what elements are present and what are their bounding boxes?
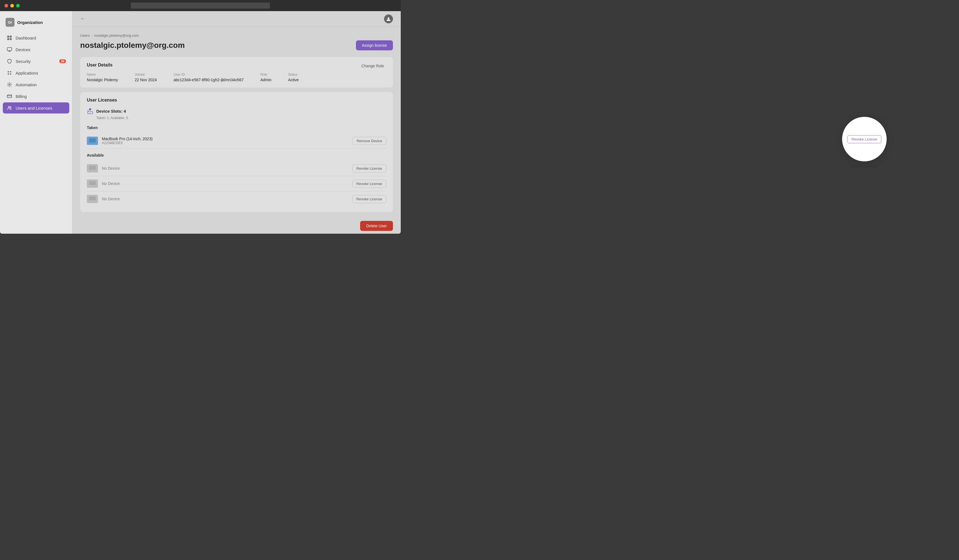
- svg-point-13: [388, 17, 389, 19]
- breadcrumb-current: nostalgic.ptolemy@org.com: [94, 33, 139, 38]
- svg-rect-3: [10, 38, 12, 40]
- device-slots-icon: [87, 108, 94, 115]
- grid-icon: [7, 35, 12, 41]
- breadcrumb-separator: ›: [91, 33, 92, 38]
- ghost-device-icon: [87, 180, 98, 188]
- svg-rect-23: [89, 200, 96, 201]
- svg-rect-17: [89, 142, 96, 143]
- assign-license-button[interactable]: Assign license: [356, 40, 393, 50]
- sidebar-item-label: Devices: [16, 47, 30, 52]
- monitor-icon: [7, 47, 12, 52]
- gear-icon: [7, 82, 12, 88]
- available-device-row-1: No Device Revoke License: [87, 161, 386, 176]
- license-header: Device Slots: 4: [87, 108, 386, 115]
- ghost-device-icon: [87, 195, 98, 203]
- detail-joined: Joined 22 Nov 2024: [135, 73, 157, 82]
- remove-device-button[interactable]: Remove Device: [352, 137, 386, 145]
- svg-rect-1: [10, 36, 12, 38]
- detail-user-id: User ID abc123d4-e567-8f90-1gh2-ijklmn34…: [174, 73, 244, 82]
- taken-device-row: MacBook Pro (14-inch, 2023) A1234BCDE5 R…: [87, 133, 386, 148]
- sidebar-item-users-licenses[interactable]: Users and Licenses: [3, 102, 69, 113]
- security-badge: 39: [59, 59, 66, 63]
- svg-point-12: [10, 107, 11, 108]
- svg-rect-19: [89, 170, 96, 170]
- revoke-license-button-1[interactable]: Revoke License: [352, 164, 387, 172]
- joined-value: 22 Nov 2024: [135, 78, 157, 82]
- titlebar: [0, 0, 401, 11]
- page-header: nostalgic.ptolemy@org.com Assign license: [80, 40, 393, 50]
- available-device-row-3: No Device Revoke License: [87, 191, 386, 207]
- svg-rect-18: [89, 166, 96, 170]
- sidebar-item-automation[interactable]: Automation: [3, 79, 69, 90]
- svg-rect-21: [89, 185, 96, 186]
- back-button[interactable]: ←: [80, 16, 85, 22]
- detail-status: Status Active: [288, 73, 299, 82]
- no-device-text: No Device: [102, 181, 120, 186]
- svg-rect-4: [7, 48, 12, 51]
- user-details-grid: Name Nostalgic Ptolemy Joined 22 Nov 202…: [87, 73, 386, 82]
- circle-grid-icon: [7, 70, 12, 76]
- device-serial: A1234BCDE5: [102, 141, 153, 145]
- svg-rect-22: [89, 196, 96, 200]
- svg-point-11: [8, 106, 10, 108]
- main-content: ← Users › nostalgic.ptolemy@org.com nost…: [72, 11, 401, 234]
- revoke-license-button-2[interactable]: Revoke License: [352, 180, 387, 188]
- sidebar-item-devices[interactable]: Devices: [3, 44, 69, 55]
- org-avatar: Or: [6, 18, 14, 27]
- svg-point-8: [10, 73, 11, 75]
- name-label: Name: [87, 73, 118, 76]
- device-left: MacBook Pro (14-inch, 2023) A1234BCDE5: [87, 137, 153, 145]
- user-details-card: User Details Change Role Name Nostalgic …: [80, 57, 393, 88]
- sidebar-item-applications[interactable]: Applications: [3, 67, 69, 78]
- user-details-title: User Details: [87, 63, 386, 68]
- detail-name: Name Nostalgic Ptolemy: [87, 73, 118, 82]
- sidebar-item-billing[interactable]: Billing: [3, 91, 69, 102]
- device-left: No Device: [87, 195, 120, 203]
- revoke-license-button-3[interactable]: Revoke License: [352, 195, 387, 203]
- sidebar-item-label: Automation: [16, 82, 37, 87]
- laptop-icon: [87, 137, 98, 145]
- user-licenses-card: User Licenses Device Slots: 4 Taken: 1. …: [80, 92, 393, 212]
- svg-point-5: [8, 71, 9, 73]
- joined-label: Joined: [135, 73, 157, 76]
- user-licenses-title: User Licenses: [87, 98, 386, 103]
- svg-point-9: [9, 84, 10, 85]
- url-bar[interactable]: [131, 3, 270, 9]
- maximize-button[interactable]: [16, 4, 20, 8]
- svg-rect-16: [89, 138, 96, 142]
- svg-point-7: [8, 73, 9, 75]
- ghost-device-icon: [87, 164, 98, 172]
- breadcrumb: Users › nostalgic.ptolemy@org.com: [80, 33, 393, 38]
- user-id-label: User ID: [174, 73, 244, 76]
- user-avatar[interactable]: [384, 14, 393, 23]
- svg-point-6: [10, 71, 11, 73]
- close-button[interactable]: [5, 4, 8, 8]
- org-name: Organization: [17, 20, 43, 25]
- svg-rect-10: [7, 95, 12, 98]
- user-id-value: abc123d4-e567-8f90-1gh2-ijklmn34o567: [174, 78, 244, 82]
- delete-user-button[interactable]: Delete User: [360, 221, 393, 231]
- topbar: ←: [72, 11, 401, 27]
- role-value: Admin: [260, 78, 272, 82]
- status-label: Status: [288, 73, 299, 76]
- no-device-text: No Device: [102, 166, 120, 170]
- change-role-button[interactable]: Change Role: [359, 63, 386, 69]
- sidebar-item-security[interactable]: Security 39: [3, 56, 69, 67]
- card-icon: [7, 94, 12, 99]
- breadcrumb-parent[interactable]: Users: [80, 33, 89, 38]
- page-title: nostalgic.ptolemy@org.com: [80, 41, 185, 50]
- org-header: Or Organization: [0, 16, 72, 32]
- sidebar-item-label: Billing: [16, 94, 27, 99]
- role-label: Role: [260, 73, 272, 76]
- device-left: No Device: [87, 180, 120, 188]
- app-container: Or Organization Dashboard: [0, 11, 401, 234]
- available-device-row-2: No Device Revoke License: [87, 176, 386, 191]
- license-sub: Taken: 1. Available: 3.: [96, 116, 386, 120]
- users-icon: [7, 105, 12, 111]
- sidebar-item-dashboard[interactable]: Dashboard: [3, 32, 69, 43]
- available-label: Available: [87, 153, 386, 158]
- device-name: MacBook Pro (14-inch, 2023): [102, 137, 153, 141]
- name-value: Nostalgic Ptolemy: [87, 78, 118, 82]
- minimize-button[interactable]: [10, 4, 14, 8]
- sidebar-nav: Dashboard Devices Security: [0, 32, 72, 113]
